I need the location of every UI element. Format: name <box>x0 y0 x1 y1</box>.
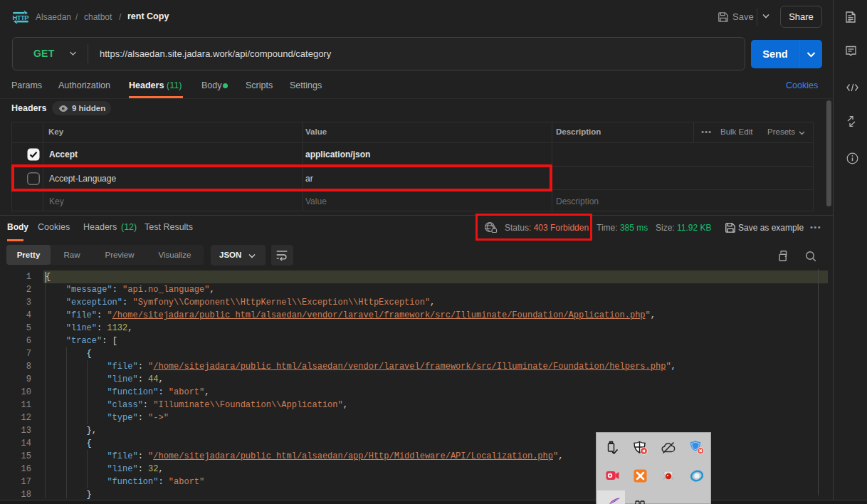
svg-text:HTTP: HTTP <box>13 14 30 21</box>
